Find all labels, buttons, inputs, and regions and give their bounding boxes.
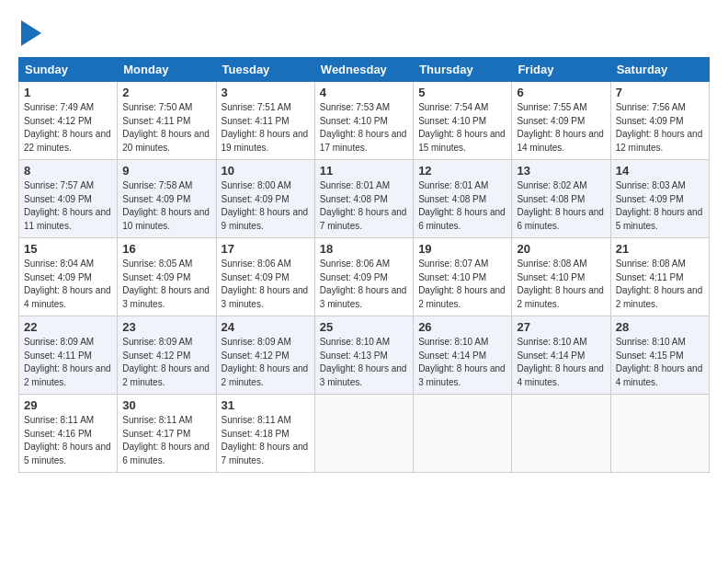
calendar-cell: 9Sunrise: 7:58 AMSunset: 4:09 PMDaylight…	[118, 160, 216, 238]
calendar-cell: 27Sunrise: 8:10 AMSunset: 4:14 PMDayligh…	[512, 316, 610, 395]
calendar-week-2: 8Sunrise: 7:57 AMSunset: 4:09 PMDaylight…	[19, 160, 710, 238]
day-number: 29	[24, 398, 112, 412]
page-header	[18, 15, 710, 46]
calendar-cell: 1Sunrise: 7:49 AMSunset: 4:12 PMDaylight…	[19, 82, 118, 160]
weekday-header-tuesday: Tuesday	[216, 58, 314, 82]
day-info: Sunrise: 7:51 AMSunset: 4:11 PMDaylight:…	[222, 101, 310, 155]
day-number: 26	[418, 320, 506, 334]
calendar-cell: 17Sunrise: 8:06 AMSunset: 4:09 PMDayligh…	[216, 238, 314, 316]
day-number: 30	[122, 398, 210, 412]
day-info: Sunrise: 8:11 AMSunset: 4:17 PMDaylight:…	[122, 414, 210, 467]
day-info: Sunrise: 8:06 AMSunset: 4:09 PMDaylight:…	[320, 258, 408, 311]
calendar-cell: 4Sunrise: 7:53 AMSunset: 4:10 PMDaylight…	[314, 82, 413, 160]
day-number: 11	[320, 164, 408, 178]
calendar-week-5: 29Sunrise: 8:11 AMSunset: 4:16 PMDayligh…	[19, 395, 710, 473]
day-info: Sunrise: 7:57 AMSunset: 4:09 PMDaylight:…	[24, 179, 112, 233]
day-info: Sunrise: 8:06 AMSunset: 4:09 PMDaylight:…	[222, 258, 310, 311]
day-info: Sunrise: 7:56 AMSunset: 4:09 PMDaylight:…	[616, 101, 704, 155]
calendar-cell: 20Sunrise: 8:08 AMSunset: 4:10 PMDayligh…	[512, 238, 610, 316]
logo	[18, 15, 41, 46]
day-number: 5	[418, 86, 506, 99]
weekday-header-monday: Monday	[118, 58, 216, 82]
day-number: 16	[122, 242, 210, 256]
day-info: Sunrise: 8:01 AMSunset: 4:08 PMDaylight:…	[418, 179, 506, 233]
day-info: Sunrise: 8:10 AMSunset: 4:14 PMDaylight:…	[517, 336, 605, 389]
weekday-header-saturday: Saturday	[610, 58, 709, 82]
day-info: Sunrise: 8:11 AMSunset: 4:18 PMDaylight:…	[222, 414, 310, 467]
calendar-cell: 23Sunrise: 8:09 AMSunset: 4:12 PMDayligh…	[118, 316, 216, 395]
calendar-cell: 8Sunrise: 7:57 AMSunset: 4:09 PMDaylight…	[19, 160, 118, 238]
day-number: 28	[616, 320, 704, 334]
calendar-table: SundayMondayTuesdayWednesdayThursdayFrid…	[18, 57, 710, 473]
calendar-cell: 30Sunrise: 8:11 AMSunset: 4:17 PMDayligh…	[118, 395, 216, 473]
calendar-cell: 29Sunrise: 8:11 AMSunset: 4:16 PMDayligh…	[19, 395, 118, 473]
day-info: Sunrise: 8:00 AMSunset: 4:09 PMDaylight:…	[222, 179, 310, 233]
day-info: Sunrise: 8:01 AMSunset: 4:08 PMDaylight:…	[320, 179, 408, 233]
calendar-week-4: 22Sunrise: 8:09 AMSunset: 4:11 PMDayligh…	[19, 316, 710, 395]
calendar-cell: 16Sunrise: 8:05 AMSunset: 4:09 PMDayligh…	[118, 238, 216, 316]
day-info: Sunrise: 8:11 AMSunset: 4:16 PMDaylight:…	[24, 414, 112, 467]
day-info: Sunrise: 8:08 AMSunset: 4:11 PMDaylight:…	[616, 258, 704, 311]
day-number: 6	[517, 86, 605, 99]
day-number: 9	[122, 164, 210, 178]
day-number: 17	[222, 242, 310, 256]
calendar-cell: 31Sunrise: 8:11 AMSunset: 4:18 PMDayligh…	[216, 395, 314, 473]
weekday-header-thursday: Thursday	[414, 58, 512, 82]
logo-arrow-icon	[21, 20, 41, 46]
calendar-cell	[610, 395, 709, 473]
calendar-cell: 22Sunrise: 8:09 AMSunset: 4:11 PMDayligh…	[19, 316, 118, 395]
day-info: Sunrise: 8:09 AMSunset: 4:11 PMDaylight:…	[24, 336, 112, 389]
day-info: Sunrise: 8:10 AMSunset: 4:13 PMDaylight:…	[320, 336, 408, 389]
calendar-cell	[314, 395, 413, 473]
calendar-cell: 5Sunrise: 7:54 AMSunset: 4:10 PMDaylight…	[414, 82, 512, 160]
calendar-cell: 26Sunrise: 8:10 AMSunset: 4:14 PMDayligh…	[414, 316, 512, 395]
day-number: 14	[616, 164, 704, 178]
calendar-cell	[512, 395, 610, 473]
day-number: 8	[24, 164, 112, 178]
day-info: Sunrise: 8:02 AMSunset: 4:08 PMDaylight:…	[517, 179, 605, 233]
calendar-cell: 24Sunrise: 8:09 AMSunset: 4:12 PMDayligh…	[216, 316, 314, 395]
day-info: Sunrise: 8:08 AMSunset: 4:10 PMDaylight:…	[517, 258, 605, 311]
day-number: 20	[517, 242, 605, 256]
day-number: 15	[24, 242, 112, 256]
day-number: 27	[517, 320, 605, 334]
calendar-cell: 19Sunrise: 8:07 AMSunset: 4:10 PMDayligh…	[414, 238, 512, 316]
day-info: Sunrise: 7:58 AMSunset: 4:09 PMDaylight:…	[122, 179, 210, 233]
day-number: 3	[222, 86, 310, 99]
day-info: Sunrise: 7:49 AMSunset: 4:12 PMDaylight:…	[24, 101, 112, 155]
day-info: Sunrise: 7:53 AMSunset: 4:10 PMDaylight:…	[320, 101, 408, 155]
calendar-cell: 21Sunrise: 8:08 AMSunset: 4:11 PMDayligh…	[610, 238, 709, 316]
calendar-cell: 12Sunrise: 8:01 AMSunset: 4:08 PMDayligh…	[414, 160, 512, 238]
calendar-cell	[414, 395, 512, 473]
calendar-cell: 2Sunrise: 7:50 AMSunset: 4:11 PMDaylight…	[118, 82, 216, 160]
weekday-header-sunday: Sunday	[19, 58, 118, 82]
calendar-cell: 7Sunrise: 7:56 AMSunset: 4:09 PMDaylight…	[610, 82, 709, 160]
day-number: 13	[517, 164, 605, 178]
day-number: 2	[122, 86, 210, 99]
day-info: Sunrise: 8:10 AMSunset: 4:15 PMDaylight:…	[616, 336, 704, 389]
day-number: 10	[222, 164, 310, 178]
calendar-cell: 10Sunrise: 8:00 AMSunset: 4:09 PMDayligh…	[216, 160, 314, 238]
day-info: Sunrise: 7:55 AMSunset: 4:09 PMDaylight:…	[517, 101, 605, 155]
calendar-cell: 13Sunrise: 8:02 AMSunset: 4:08 PMDayligh…	[512, 160, 610, 238]
day-number: 7	[616, 86, 704, 99]
day-number: 12	[418, 164, 506, 178]
calendar-week-3: 15Sunrise: 8:04 AMSunset: 4:09 PMDayligh…	[19, 238, 710, 316]
day-info: Sunrise: 8:07 AMSunset: 4:10 PMDaylight:…	[418, 258, 506, 311]
calendar-week-1: 1Sunrise: 7:49 AMSunset: 4:12 PMDaylight…	[19, 82, 710, 160]
calendar-cell: 28Sunrise: 8:10 AMSunset: 4:15 PMDayligh…	[610, 316, 709, 395]
day-number: 22	[24, 320, 112, 334]
calendar-cell: 3Sunrise: 7:51 AMSunset: 4:11 PMDaylight…	[216, 82, 314, 160]
day-info: Sunrise: 8:05 AMSunset: 4:09 PMDaylight:…	[122, 258, 210, 311]
day-info: Sunrise: 7:54 AMSunset: 4:10 PMDaylight:…	[418, 101, 506, 155]
day-number: 4	[320, 86, 408, 99]
weekday-header-friday: Friday	[512, 58, 610, 82]
calendar-cell: 25Sunrise: 8:10 AMSunset: 4:13 PMDayligh…	[314, 316, 413, 395]
day-info: Sunrise: 8:03 AMSunset: 4:09 PMDaylight:…	[616, 179, 704, 233]
calendar-cell: 15Sunrise: 8:04 AMSunset: 4:09 PMDayligh…	[19, 238, 118, 316]
calendar-header-row: SundayMondayTuesdayWednesdayThursdayFrid…	[19, 58, 710, 82]
weekday-header-wednesday: Wednesday	[314, 58, 413, 82]
day-number: 21	[616, 242, 704, 256]
day-info: Sunrise: 7:50 AMSunset: 4:11 PMDaylight:…	[122, 101, 210, 155]
day-info: Sunrise: 8:09 AMSunset: 4:12 PMDaylight:…	[122, 336, 210, 389]
